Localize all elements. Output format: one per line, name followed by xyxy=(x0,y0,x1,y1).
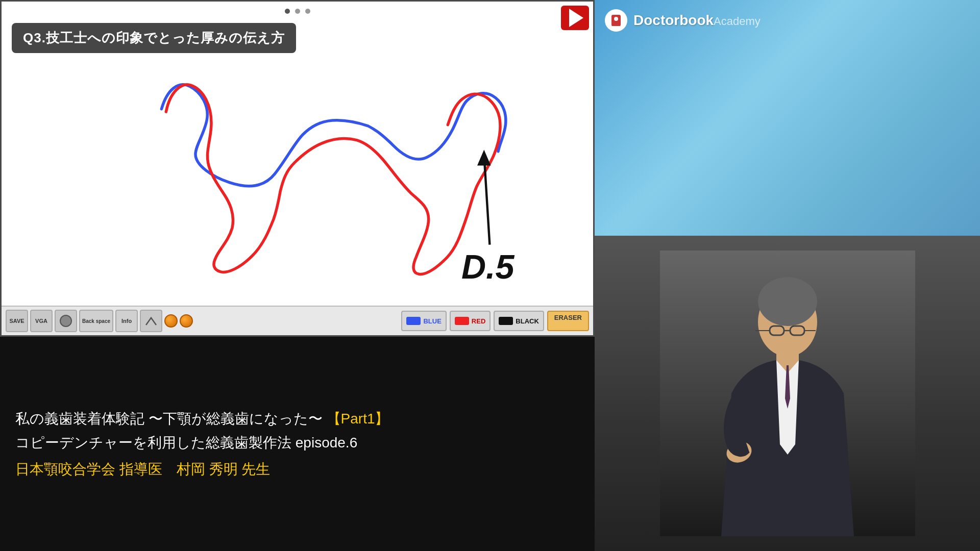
logo-text-container: DoctorbookAcademy xyxy=(633,12,761,29)
eraser-circle-tool[interactable] xyxy=(55,310,77,332)
color-tools: BLUE RED BLACK ERASER xyxy=(401,311,589,331)
bottom-text-container: 私の義歯装着体験記 〜下顎が総義歯になった〜 【Part1】 コピーデンチャーを… xyxy=(15,407,579,482)
svg-point-14 xyxy=(758,277,817,326)
logo-container: DoctorbookAcademy xyxy=(605,9,761,32)
nav-dot-3[interactable] xyxy=(305,9,310,14)
backspace-label: Back space xyxy=(82,318,110,324)
save-button[interactable]: SAVE xyxy=(6,310,28,332)
bottom-line1-text: 私の義歯装着体験記 〜下顎が総義歯になった〜 xyxy=(15,411,323,427)
info-button[interactable]: Info xyxy=(115,310,138,332)
slide-inner: Q3.技工士への印象でとった厚みの伝え方 D.5 SAVE VG xyxy=(2,2,593,335)
toolbar: SAVE VGA Back space Info xyxy=(2,306,593,335)
pen-tool[interactable] xyxy=(140,310,162,332)
left-content-area: Q3.技工士への印象でとった厚みの伝え方 D.5 SAVE VG xyxy=(0,0,595,551)
orange-dot-2[interactable] xyxy=(180,314,193,328)
logo-main-text: Doctorbook xyxy=(633,12,714,28)
logo-academy-text: Academy xyxy=(714,15,761,28)
backspace-button[interactable]: Back space xyxy=(79,310,113,332)
speaker-silhouette xyxy=(660,251,915,536)
forward-arrow-icon xyxy=(569,9,583,27)
orange-dot-1[interactable] xyxy=(164,314,178,328)
forward-button[interactable] xyxy=(561,6,589,30)
black-color-button[interactable]: BLACK xyxy=(494,311,544,331)
svg-marker-1 xyxy=(477,149,491,165)
logo-icon xyxy=(605,9,627,32)
vga-button[interactable]: VGA xyxy=(30,310,53,332)
black-label: BLACK xyxy=(516,317,539,325)
svg-point-3 xyxy=(60,315,71,327)
main-wrapper: Q3.技工士への印象でとった厚みの伝え方 D.5 SAVE VG xyxy=(0,0,980,551)
svg-text:D.5: D.5 xyxy=(461,248,514,286)
right-panel: DoctorbookAcademy xyxy=(595,0,980,551)
nav-dots xyxy=(285,9,310,14)
blue-label: BLUE xyxy=(423,317,441,325)
blue-color-button[interactable]: BLUE xyxy=(401,311,446,331)
eraser-button[interactable]: ERASER xyxy=(547,311,589,331)
red-label: RED xyxy=(472,317,485,325)
slide-area: Q3.技工士への印象でとった厚みの伝え方 D.5 SAVE VG xyxy=(0,0,595,337)
bottom-line1-tag: 【Part1】 xyxy=(327,411,389,427)
speaker-video-area xyxy=(595,236,980,551)
bottom-line1: 私の義歯装着体験記 〜下顎が総義歯になった〜 【Part1】 xyxy=(15,407,579,431)
svg-point-6 xyxy=(614,17,618,21)
question-title: Q3.技工士への印象でとった厚みの伝え方 xyxy=(12,23,296,53)
black-swatch xyxy=(499,317,513,325)
nav-dot-1[interactable] xyxy=(285,9,290,14)
bottom-line3: 日本顎咬合学会 指導医 村岡 秀明 先生 xyxy=(15,457,579,482)
speaker-background xyxy=(595,236,980,551)
bottom-info-bar: 私の義歯装着体験記 〜下顎が総義歯になった〜 【Part1】 コピーデンチャーを… xyxy=(0,337,595,551)
bottom-line2: コピーデンチャーを利用した総義歯製作法 episode.6 xyxy=(15,431,579,455)
red-swatch xyxy=(455,317,469,325)
logo-area: DoctorbookAcademy xyxy=(595,0,980,236)
blue-swatch xyxy=(406,317,421,325)
red-color-button[interactable]: RED xyxy=(450,311,491,331)
nav-dot-2[interactable] xyxy=(295,9,300,14)
